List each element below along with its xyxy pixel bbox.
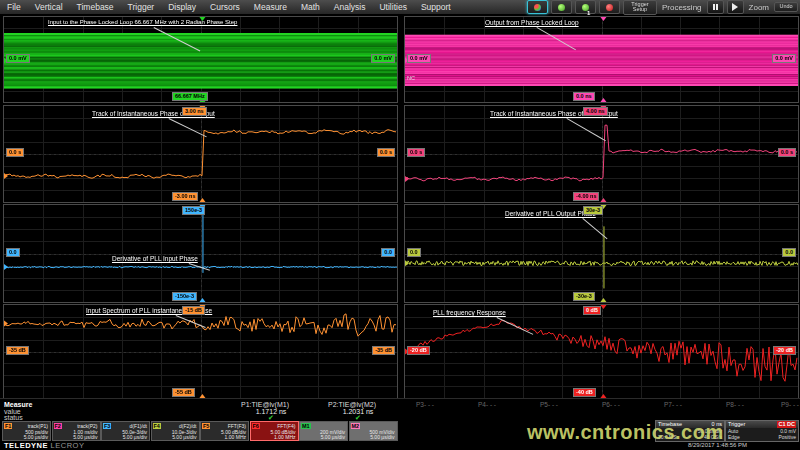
- panel-frequency-response[interactable]: PLL frequency Response 0 dB -40 dB -20 d…: [404, 304, 799, 399]
- value-tag: -20 dB: [407, 346, 430, 355]
- value-tag: -4.00 ns: [573, 192, 599, 201]
- descriptor-F3[interactable]: F3d(F1)/dt50.0e-3/div5.00 µs/div: [101, 421, 150, 441]
- value-tag: 0.0 s: [6, 148, 24, 157]
- menu-cursors[interactable]: Cursors: [203, 2, 247, 12]
- pause-button[interactable]: [707, 0, 724, 14]
- value-tag: -35 dB: [372, 346, 395, 355]
- descriptor-M1[interactable]: M1200 mV/div5.00 µs/div: [299, 421, 348, 441]
- panel-pll-output-signal[interactable]: Output from Phase Locked Loop NC 0.0 ns …: [404, 16, 799, 103]
- value-tag: 0.0: [381, 248, 395, 257]
- value-tag: 0.0 mV: [6, 54, 30, 63]
- value-tag: 0.0 ns: [573, 92, 595, 101]
- trace-scale-h: 5.00 µs/div: [321, 434, 345, 440]
- math-tool-icon[interactable]: 1: [575, 0, 596, 14]
- zoom-label: Zoom: [747, 3, 771, 12]
- descriptor-M2[interactable]: M2500 mV/div5.00 µs/div: [349, 421, 398, 441]
- annotation-frequency-response: PLL frequency Response: [433, 309, 506, 316]
- waveform-canvas-track-input[interactable]: [4, 106, 397, 202]
- trace-scale-h: 5.00 µs/div: [24, 434, 48, 440]
- measure-param-2[interactable]: P2:TIE@lv(M2): [328, 401, 376, 408]
- measure-param-8[interactable]: P8- - -: [726, 401, 744, 408]
- waveform-canvas-pll-input[interactable]: [4, 17, 397, 102]
- panel-pll-input-signal[interactable]: Input to the Phase Locked Loop 66.667 MH…: [3, 16, 398, 103]
- play-button[interactable]: [727, 0, 744, 14]
- waveform-canvas-input-spectrum[interactable]: [4, 305, 397, 398]
- waveform-canvas-frequency-response[interactable]: [405, 305, 798, 398]
- value-tag: -20 dB: [773, 346, 796, 355]
- menu-math[interactable]: Math: [294, 2, 327, 12]
- menu-vertical[interactable]: Vertical: [28, 2, 70, 12]
- play-icon: [732, 3, 738, 11]
- measure-param-5[interactable]: P5- - -: [540, 401, 558, 408]
- value-tag: 0 dB: [583, 306, 601, 315]
- trace-tag-F3: F3: [103, 423, 111, 429]
- measure-param-7[interactable]: P7- - -: [664, 401, 682, 408]
- measure-row-label: Measure: [4, 401, 32, 408]
- descriptor-F6[interactable]: F6FFT(F4)5.00 dB/div1.00 MHz: [250, 421, 299, 441]
- pause-icon: [713, 4, 715, 10]
- menu-display[interactable]: Display: [161, 2, 203, 12]
- menu-analysis[interactable]: Analysis: [327, 2, 373, 12]
- panel-derivative-input[interactable]: Derivative of PLL Input Phase 150e-3 -15…: [3, 204, 398, 303]
- green-tool-icon: [558, 4, 565, 11]
- menu-support[interactable]: Support: [414, 2, 458, 12]
- measure-param-9[interactable]: P9- - -: [781, 401, 799, 408]
- trace-scale-h: 1.00 MHz: [225, 434, 246, 440]
- measure-param-1[interactable]: P1:TIE@lv(M1): [241, 401, 289, 408]
- value-tag: 4.00 ns: [583, 107, 608, 116]
- processing-label: Processing: [660, 3, 704, 12]
- measure-param-3[interactable]: P3- - -: [416, 401, 434, 408]
- waveform-canvas-derivative-output[interactable]: [405, 205, 798, 302]
- value-tag: -40 dB: [573, 388, 596, 397]
- value-tag: -3.00 ns: [172, 192, 198, 201]
- panel-track-phase-input[interactable]: Track of Instantaneous Phase of PLL Inpu…: [3, 105, 398, 203]
- measure-tool-icon[interactable]: [551, 0, 572, 14]
- measure-table: Measure value status P1:TIE@lv(M1)1.1712…: [0, 398, 800, 421]
- undo-button[interactable]: Undo: [774, 2, 798, 12]
- descriptor-F1[interactable]: F1track(P1)500 ps/div5.00 µs/div: [2, 421, 51, 441]
- multicolor-tool-icon: [534, 4, 541, 11]
- red-tool-icon: [606, 4, 613, 11]
- menu-timebase[interactable]: Timebase: [70, 2, 121, 12]
- value-tag: 30e-3: [583, 206, 603, 215]
- descriptor-F2[interactable]: F2track(P2)1.00 ns/div5.00 µs/div: [52, 421, 101, 441]
- panel-derivative-output[interactable]: Derivative of PLL Output Phase 30e-3 -30…: [404, 204, 799, 303]
- watermark: www.cntronics.com: [527, 421, 724, 444]
- waveform-canvas-track-output[interactable]: [405, 106, 798, 202]
- value-tag: 3.00 ns: [182, 107, 207, 116]
- descriptor-F4[interactable]: F4d(F2)/dt10.0e-3/div5.00 µs/div: [151, 421, 200, 441]
- trigger-box[interactable]: Trigger C1 DC Auto 0.0 mV Edge Positive: [725, 420, 799, 442]
- cursors-tool-icon[interactable]: [527, 0, 548, 14]
- menu-trigger[interactable]: Trigger: [121, 2, 162, 12]
- value-tag: 0.0 mV: [371, 54, 395, 63]
- annotation-derivative-input: Derivative of PLL Input Phase: [112, 255, 198, 262]
- nc-label: NC: [407, 75, 415, 81]
- stop-tool-icon[interactable]: [599, 0, 620, 14]
- value-tag: 0.0 s: [407, 148, 425, 157]
- measure-param-4[interactable]: P4- - -: [478, 401, 496, 408]
- waveform-canvas-derivative-input[interactable]: [4, 205, 397, 302]
- trigger-slope: Positive: [778, 434, 796, 440]
- measure-param-6[interactable]: P6- - -: [602, 401, 620, 408]
- trigger-setup-button[interactable]: Trigger Setup: [623, 0, 657, 15]
- panel-track-phase-output[interactable]: Track of Instantaneous Phase of PLL Outp…: [404, 105, 799, 203]
- trace-scale-h: 5.00 µs/div: [73, 434, 97, 440]
- trace-tag-M1: M1: [301, 423, 311, 429]
- green-tool-one-icon: 1: [582, 4, 589, 11]
- panel-input-spectrum[interactable]: Input Spectrum of PLL instantaneous phas…: [3, 304, 398, 399]
- trace-tag-F1: F1: [4, 423, 12, 429]
- menu-utilities[interactable]: Utilities: [372, 2, 413, 12]
- menu-measure[interactable]: Measure: [247, 2, 294, 12]
- pause-icon-bar2: [716, 4, 718, 10]
- descriptor-F5[interactable]: F5FFT(F3)5.00 dB/div1.00 MHz: [200, 421, 249, 441]
- waveform-canvas-pll-output[interactable]: [405, 17, 798, 102]
- value-tag: 0.0: [782, 248, 796, 257]
- trace-tag-F6: F6: [252, 423, 260, 429]
- value-tag: 0.0 mV: [772, 54, 796, 63]
- menu-file[interactable]: File: [0, 2, 28, 12]
- trace-scale-h: 5.00 µs/div: [370, 434, 394, 440]
- trigger-coupling: Edge: [728, 434, 740, 440]
- value-tag: 0.0: [407, 248, 421, 257]
- annotation-pll-input: Input to the Phase Locked Loop 66.667 MH…: [48, 19, 237, 25]
- brand-lecroy: LECROY: [51, 441, 85, 450]
